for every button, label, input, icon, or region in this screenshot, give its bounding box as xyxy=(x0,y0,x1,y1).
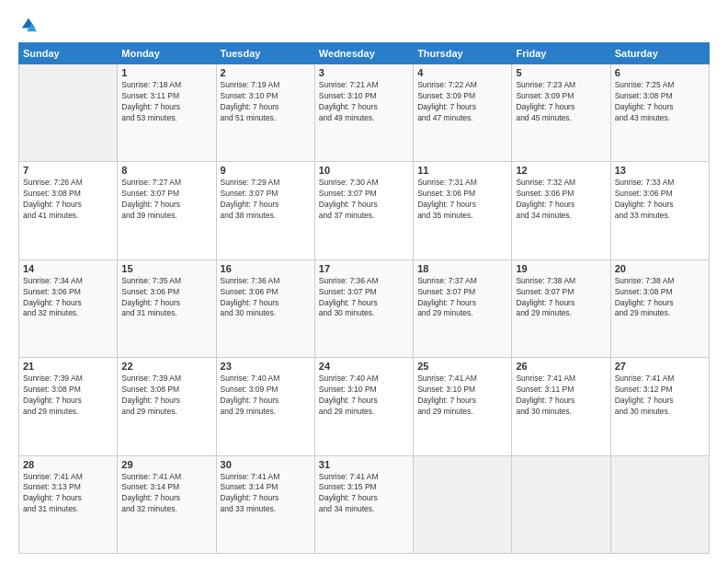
day-info: Sunrise: 7:26 AM Sunset: 3:08 PM Dayligh… xyxy=(23,178,113,222)
day-number: 25 xyxy=(417,361,507,372)
logo xyxy=(18,17,37,33)
calendar-cell xyxy=(512,455,610,553)
calendar-cell: 9Sunrise: 7:29 AM Sunset: 3:07 PM Daylig… xyxy=(216,162,314,259)
day-info: Sunrise: 7:32 AM Sunset: 3:06 PM Dayligh… xyxy=(516,178,606,222)
calendar-cell: 5Sunrise: 7:23 AM Sunset: 3:09 PM Daylig… xyxy=(512,64,610,162)
calendar-cell: 1Sunrise: 7:18 AM Sunset: 3:11 PM Daylig… xyxy=(118,64,216,162)
day-info: Sunrise: 7:22 AM Sunset: 3:09 PM Dayligh… xyxy=(417,80,507,124)
day-info: Sunrise: 7:35 AM Sunset: 3:06 PM Dayligh… xyxy=(121,276,211,320)
calendar-cell: 28Sunrise: 7:41 AM Sunset: 3:13 PM Dayli… xyxy=(19,455,118,553)
calendar-cell: 10Sunrise: 7:30 AM Sunset: 3:07 PM Dayli… xyxy=(314,162,413,259)
day-info: Sunrise: 7:34 AM Sunset: 3:06 PM Dayligh… xyxy=(23,276,113,320)
day-number: 23 xyxy=(221,361,311,372)
day-number: 6 xyxy=(615,67,705,78)
logo-icon xyxy=(20,17,37,33)
day-number: 4 xyxy=(417,67,507,78)
day-number: 9 xyxy=(221,165,311,176)
day-info: Sunrise: 7:25 AM Sunset: 3:08 PM Dayligh… xyxy=(615,80,705,124)
header-saturday: Saturday xyxy=(610,43,709,64)
calendar-cell: 25Sunrise: 7:41 AM Sunset: 3:10 PM Dayli… xyxy=(414,358,512,455)
day-number: 14 xyxy=(23,263,113,274)
day-info: Sunrise: 7:41 AM Sunset: 3:15 PM Dayligh… xyxy=(319,472,409,516)
calendar-cell: 18Sunrise: 7:37 AM Sunset: 3:07 PM Dayli… xyxy=(414,259,512,357)
calendar-week-row: 14Sunrise: 7:34 AM Sunset: 3:06 PM Dayli… xyxy=(19,259,710,357)
day-number: 19 xyxy=(516,263,606,274)
day-info: Sunrise: 7:38 AM Sunset: 3:08 PM Dayligh… xyxy=(615,276,705,320)
day-info: Sunrise: 7:37 AM Sunset: 3:07 PM Dayligh… xyxy=(417,276,507,320)
header-sunday: Sunday xyxy=(19,43,118,64)
calendar-week-row: 21Sunrise: 7:39 AM Sunset: 3:08 PM Dayli… xyxy=(19,358,710,455)
calendar-cell: 17Sunrise: 7:36 AM Sunset: 3:07 PM Dayli… xyxy=(314,259,413,357)
header-thursday: Thursday xyxy=(414,43,512,64)
header-tuesday: Tuesday xyxy=(216,43,314,64)
calendar-cell: 21Sunrise: 7:39 AM Sunset: 3:08 PM Dayli… xyxy=(19,358,118,455)
day-info: Sunrise: 7:41 AM Sunset: 3:14 PM Dayligh… xyxy=(121,472,211,516)
day-number: 16 xyxy=(221,263,311,274)
day-info: Sunrise: 7:41 AM Sunset: 3:11 PM Dayligh… xyxy=(516,373,606,418)
day-number: 31 xyxy=(319,459,409,470)
day-number: 29 xyxy=(121,459,211,470)
calendar-cell: 13Sunrise: 7:33 AM Sunset: 3:06 PM Dayli… xyxy=(610,162,709,259)
day-number: 7 xyxy=(23,165,113,176)
day-info: Sunrise: 7:23 AM Sunset: 3:09 PM Dayligh… xyxy=(516,80,606,124)
day-number: 2 xyxy=(221,67,311,78)
day-number: 27 xyxy=(615,361,705,372)
calendar-cell: 11Sunrise: 7:31 AM Sunset: 3:06 PM Dayli… xyxy=(414,162,512,259)
day-number: 30 xyxy=(221,459,311,470)
header-wednesday: Wednesday xyxy=(314,43,413,64)
day-info: Sunrise: 7:40 AM Sunset: 3:09 PM Dayligh… xyxy=(221,373,311,418)
day-number: 13 xyxy=(615,165,705,176)
calendar-cell: 6Sunrise: 7:25 AM Sunset: 3:08 PM Daylig… xyxy=(610,64,709,162)
day-number: 26 xyxy=(516,361,606,372)
day-info: Sunrise: 7:41 AM Sunset: 3:14 PM Dayligh… xyxy=(221,472,311,516)
day-info: Sunrise: 7:30 AM Sunset: 3:07 PM Dayligh… xyxy=(319,178,409,222)
calendar-cell: 3Sunrise: 7:21 AM Sunset: 3:10 PM Daylig… xyxy=(314,64,413,162)
day-info: Sunrise: 7:40 AM Sunset: 3:10 PM Dayligh… xyxy=(319,373,409,418)
calendar-cell: 27Sunrise: 7:41 AM Sunset: 3:12 PM Dayli… xyxy=(610,358,709,455)
calendar-cell: 2Sunrise: 7:19 AM Sunset: 3:10 PM Daylig… xyxy=(216,64,314,162)
calendar-cell xyxy=(610,455,709,553)
header-friday: Friday xyxy=(512,43,610,64)
day-number: 12 xyxy=(516,165,606,176)
day-info: Sunrise: 7:36 AM Sunset: 3:07 PM Dayligh… xyxy=(319,276,409,320)
day-info: Sunrise: 7:36 AM Sunset: 3:06 PM Dayligh… xyxy=(221,276,311,320)
day-info: Sunrise: 7:27 AM Sunset: 3:07 PM Dayligh… xyxy=(121,178,211,222)
calendar-cell: 23Sunrise: 7:40 AM Sunset: 3:09 PM Dayli… xyxy=(216,358,314,455)
day-number: 17 xyxy=(319,263,409,274)
day-number: 1 xyxy=(121,67,211,78)
day-info: Sunrise: 7:38 AM Sunset: 3:07 PM Dayligh… xyxy=(516,276,606,320)
day-number: 28 xyxy=(23,459,113,470)
calendar-cell: 24Sunrise: 7:40 AM Sunset: 3:10 PM Dayli… xyxy=(314,358,413,455)
calendar-cell: 4Sunrise: 7:22 AM Sunset: 3:09 PM Daylig… xyxy=(414,64,512,162)
calendar-cell: 7Sunrise: 7:26 AM Sunset: 3:08 PM Daylig… xyxy=(19,162,118,259)
calendar-cell: 22Sunrise: 7:39 AM Sunset: 3:08 PM Dayli… xyxy=(118,358,216,455)
day-info: Sunrise: 7:39 AM Sunset: 3:08 PM Dayligh… xyxy=(121,373,211,418)
day-info: Sunrise: 7:33 AM Sunset: 3:06 PM Dayligh… xyxy=(615,178,705,222)
calendar-cell: 14Sunrise: 7:34 AM Sunset: 3:06 PM Dayli… xyxy=(19,259,118,357)
day-info: Sunrise: 7:41 AM Sunset: 3:10 PM Dayligh… xyxy=(417,373,507,418)
day-number: 18 xyxy=(417,263,507,274)
calendar-cell xyxy=(19,64,118,162)
day-number: 8 xyxy=(121,165,211,176)
day-number: 22 xyxy=(121,361,211,372)
calendar-cell: 26Sunrise: 7:41 AM Sunset: 3:11 PM Dayli… xyxy=(512,358,610,455)
header xyxy=(18,17,710,33)
day-info: Sunrise: 7:39 AM Sunset: 3:08 PM Dayligh… xyxy=(23,373,113,418)
calendar-cell: 20Sunrise: 7:38 AM Sunset: 3:08 PM Dayli… xyxy=(610,259,709,357)
day-info: Sunrise: 7:41 AM Sunset: 3:12 PM Dayligh… xyxy=(615,373,705,418)
calendar-cell: 29Sunrise: 7:41 AM Sunset: 3:14 PM Dayli… xyxy=(118,455,216,553)
calendar-table: Sunday Monday Tuesday Wednesday Thursday… xyxy=(18,42,710,554)
calendar-cell: 15Sunrise: 7:35 AM Sunset: 3:06 PM Dayli… xyxy=(118,259,216,357)
day-info: Sunrise: 7:41 AM Sunset: 3:13 PM Dayligh… xyxy=(23,472,113,516)
calendar-week-row: 28Sunrise: 7:41 AM Sunset: 3:13 PM Dayli… xyxy=(19,455,710,553)
calendar-cell: 30Sunrise: 7:41 AM Sunset: 3:14 PM Dayli… xyxy=(216,455,314,553)
day-info: Sunrise: 7:19 AM Sunset: 3:10 PM Dayligh… xyxy=(221,80,311,124)
calendar-cell: 16Sunrise: 7:36 AM Sunset: 3:06 PM Dayli… xyxy=(216,259,314,357)
calendar-week-row: 7Sunrise: 7:26 AM Sunset: 3:08 PM Daylig… xyxy=(19,162,710,259)
day-info: Sunrise: 7:31 AM Sunset: 3:06 PM Dayligh… xyxy=(417,178,507,222)
day-number: 11 xyxy=(417,165,507,176)
day-number: 15 xyxy=(121,263,211,274)
day-number: 21 xyxy=(23,361,113,372)
calendar-cell: 8Sunrise: 7:27 AM Sunset: 3:07 PM Daylig… xyxy=(118,162,216,259)
day-number: 10 xyxy=(319,165,409,176)
